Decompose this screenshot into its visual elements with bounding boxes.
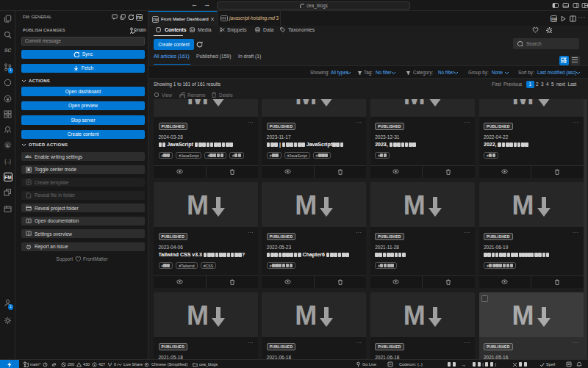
- svg-text:FM: FM: [137, 16, 142, 20]
- svg-text:FM: FM: [153, 18, 158, 21]
- svg-text:L: L: [7, 143, 9, 148]
- svg-text:FM: FM: [551, 18, 556, 21]
- svg-text:{..}: {..}: [4, 158, 12, 165]
- svg-text:FM: FM: [4, 175, 11, 180]
